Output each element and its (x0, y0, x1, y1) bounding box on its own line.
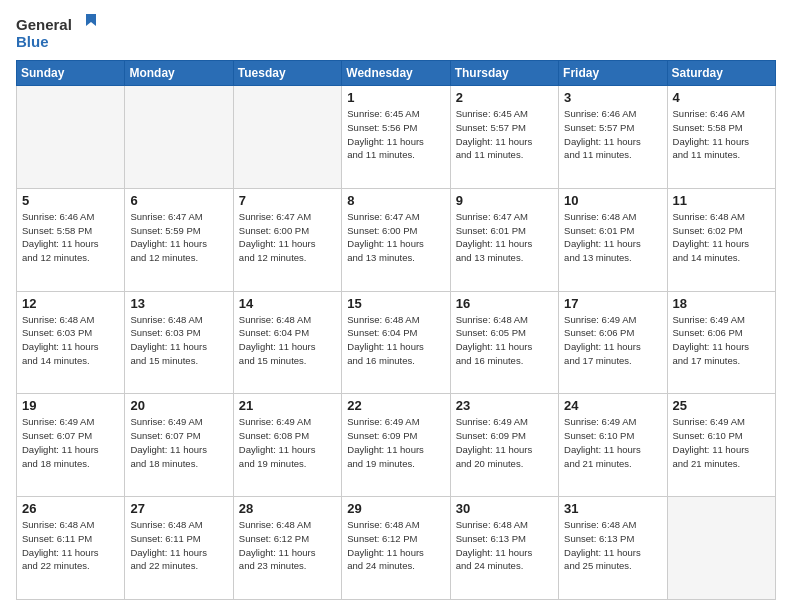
svg-marker-1 (86, 14, 96, 26)
weekday-header-friday: Friday (559, 61, 667, 86)
calendar-cell: 4Sunrise: 6:46 AM Sunset: 5:58 PM Daylig… (667, 86, 775, 189)
calendar-cell: 22Sunrise: 6:49 AM Sunset: 6:09 PM Dayli… (342, 394, 450, 497)
day-number: 8 (347, 193, 444, 208)
day-info: Sunrise: 6:49 AM Sunset: 6:06 PM Dayligh… (673, 313, 770, 368)
calendar-cell: 13Sunrise: 6:48 AM Sunset: 6:03 PM Dayli… (125, 291, 233, 394)
svg-text:Blue: Blue (16, 33, 49, 50)
calendar-cell: 31Sunrise: 6:48 AM Sunset: 6:13 PM Dayli… (559, 497, 667, 600)
day-info: Sunrise: 6:45 AM Sunset: 5:57 PM Dayligh… (456, 107, 553, 162)
week-row-5: 26Sunrise: 6:48 AM Sunset: 6:11 PM Dayli… (17, 497, 776, 600)
day-number: 3 (564, 90, 661, 105)
calendar-cell: 12Sunrise: 6:48 AM Sunset: 6:03 PM Dayli… (17, 291, 125, 394)
day-number: 22 (347, 398, 444, 413)
day-number: 12 (22, 296, 119, 311)
day-info: Sunrise: 6:48 AM Sunset: 6:12 PM Dayligh… (347, 518, 444, 573)
day-info: Sunrise: 6:49 AM Sunset: 6:07 PM Dayligh… (130, 415, 227, 470)
day-number: 16 (456, 296, 553, 311)
calendar-cell: 10Sunrise: 6:48 AM Sunset: 6:01 PM Dayli… (559, 188, 667, 291)
week-row-3: 12Sunrise: 6:48 AM Sunset: 6:03 PM Dayli… (17, 291, 776, 394)
calendar-cell: 3Sunrise: 6:46 AM Sunset: 5:57 PM Daylig… (559, 86, 667, 189)
day-number: 6 (130, 193, 227, 208)
day-number: 2 (456, 90, 553, 105)
day-number: 13 (130, 296, 227, 311)
day-number: 11 (673, 193, 770, 208)
day-info: Sunrise: 6:48 AM Sunset: 6:03 PM Dayligh… (130, 313, 227, 368)
day-info: Sunrise: 6:49 AM Sunset: 6:10 PM Dayligh… (673, 415, 770, 470)
day-info: Sunrise: 6:48 AM Sunset: 6:05 PM Dayligh… (456, 313, 553, 368)
day-number: 18 (673, 296, 770, 311)
weekday-header-row: SundayMondayTuesdayWednesdayThursdayFrid… (17, 61, 776, 86)
svg-text:General: General (16, 16, 72, 33)
calendar-cell: 7Sunrise: 6:47 AM Sunset: 6:00 PM Daylig… (233, 188, 341, 291)
calendar-cell: 18Sunrise: 6:49 AM Sunset: 6:06 PM Dayli… (667, 291, 775, 394)
day-info: Sunrise: 6:48 AM Sunset: 6:03 PM Dayligh… (22, 313, 119, 368)
day-info: Sunrise: 6:48 AM Sunset: 6:13 PM Dayligh… (456, 518, 553, 573)
day-number: 27 (130, 501, 227, 516)
calendar-cell: 2Sunrise: 6:45 AM Sunset: 5:57 PM Daylig… (450, 86, 558, 189)
day-number: 25 (673, 398, 770, 413)
day-info: Sunrise: 6:48 AM Sunset: 6:12 PM Dayligh… (239, 518, 336, 573)
day-info: Sunrise: 6:47 AM Sunset: 6:00 PM Dayligh… (347, 210, 444, 265)
calendar-cell (125, 86, 233, 189)
calendar-cell (233, 86, 341, 189)
day-info: Sunrise: 6:49 AM Sunset: 6:10 PM Dayligh… (564, 415, 661, 470)
weekday-header-monday: Monday (125, 61, 233, 86)
day-number: 20 (130, 398, 227, 413)
day-number: 29 (347, 501, 444, 516)
day-info: Sunrise: 6:46 AM Sunset: 5:58 PM Dayligh… (673, 107, 770, 162)
calendar-cell: 6Sunrise: 6:47 AM Sunset: 5:59 PM Daylig… (125, 188, 233, 291)
calendar-cell: 25Sunrise: 6:49 AM Sunset: 6:10 PM Dayli… (667, 394, 775, 497)
day-number: 1 (347, 90, 444, 105)
day-info: Sunrise: 6:49 AM Sunset: 6:07 PM Dayligh… (22, 415, 119, 470)
day-number: 31 (564, 501, 661, 516)
calendar-cell: 14Sunrise: 6:48 AM Sunset: 6:04 PM Dayli… (233, 291, 341, 394)
weekday-header-sunday: Sunday (17, 61, 125, 86)
calendar-cell: 1Sunrise: 6:45 AM Sunset: 5:56 PM Daylig… (342, 86, 450, 189)
calendar-cell: 8Sunrise: 6:47 AM Sunset: 6:00 PM Daylig… (342, 188, 450, 291)
day-number: 17 (564, 296, 661, 311)
calendar-cell: 15Sunrise: 6:48 AM Sunset: 6:04 PM Dayli… (342, 291, 450, 394)
day-info: Sunrise: 6:48 AM Sunset: 6:01 PM Dayligh… (564, 210, 661, 265)
day-info: Sunrise: 6:48 AM Sunset: 6:02 PM Dayligh… (673, 210, 770, 265)
calendar-cell: 29Sunrise: 6:48 AM Sunset: 6:12 PM Dayli… (342, 497, 450, 600)
day-info: Sunrise: 6:47 AM Sunset: 6:00 PM Dayligh… (239, 210, 336, 265)
calendar-cell: 5Sunrise: 6:46 AM Sunset: 5:58 PM Daylig… (17, 188, 125, 291)
day-number: 26 (22, 501, 119, 516)
day-number: 15 (347, 296, 444, 311)
day-number: 21 (239, 398, 336, 413)
day-info: Sunrise: 6:48 AM Sunset: 6:04 PM Dayligh… (347, 313, 444, 368)
calendar-cell: 26Sunrise: 6:48 AM Sunset: 6:11 PM Dayli… (17, 497, 125, 600)
week-row-2: 5Sunrise: 6:46 AM Sunset: 5:58 PM Daylig… (17, 188, 776, 291)
day-info: Sunrise: 6:48 AM Sunset: 6:04 PM Dayligh… (239, 313, 336, 368)
day-info: Sunrise: 6:49 AM Sunset: 6:08 PM Dayligh… (239, 415, 336, 470)
day-number: 7 (239, 193, 336, 208)
day-number: 4 (673, 90, 770, 105)
day-info: Sunrise: 6:46 AM Sunset: 5:57 PM Dayligh… (564, 107, 661, 162)
calendar-cell: 24Sunrise: 6:49 AM Sunset: 6:10 PM Dayli… (559, 394, 667, 497)
day-number: 28 (239, 501, 336, 516)
calendar-cell: 17Sunrise: 6:49 AM Sunset: 6:06 PM Dayli… (559, 291, 667, 394)
day-number: 23 (456, 398, 553, 413)
day-number: 19 (22, 398, 119, 413)
calendar-cell: 16Sunrise: 6:48 AM Sunset: 6:05 PM Dayli… (450, 291, 558, 394)
calendar-cell: 9Sunrise: 6:47 AM Sunset: 6:01 PM Daylig… (450, 188, 558, 291)
day-number: 24 (564, 398, 661, 413)
calendar-cell: 27Sunrise: 6:48 AM Sunset: 6:11 PM Dayli… (125, 497, 233, 600)
calendar-cell: 11Sunrise: 6:48 AM Sunset: 6:02 PM Dayli… (667, 188, 775, 291)
day-info: Sunrise: 6:46 AM Sunset: 5:58 PM Dayligh… (22, 210, 119, 265)
day-info: Sunrise: 6:48 AM Sunset: 6:11 PM Dayligh… (130, 518, 227, 573)
day-number: 9 (456, 193, 553, 208)
page: General Blue SundayMondayTuesdayWednesda… (0, 0, 792, 612)
weekday-header-wednesday: Wednesday (342, 61, 450, 86)
day-number: 30 (456, 501, 553, 516)
weekday-header-saturday: Saturday (667, 61, 775, 86)
calendar-cell (17, 86, 125, 189)
calendar-table: SundayMondayTuesdayWednesdayThursdayFrid… (16, 60, 776, 600)
weekday-header-tuesday: Tuesday (233, 61, 341, 86)
day-info: Sunrise: 6:49 AM Sunset: 6:09 PM Dayligh… (456, 415, 553, 470)
day-info: Sunrise: 6:47 AM Sunset: 6:01 PM Dayligh… (456, 210, 553, 265)
logo: General Blue (16, 12, 106, 52)
day-number: 14 (239, 296, 336, 311)
calendar-cell: 30Sunrise: 6:48 AM Sunset: 6:13 PM Dayli… (450, 497, 558, 600)
calendar-cell (667, 497, 775, 600)
